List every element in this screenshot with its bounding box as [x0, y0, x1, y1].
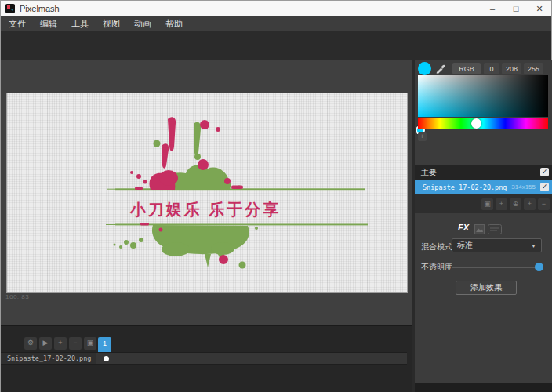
green-channel-field[interactable]: 208: [502, 63, 521, 74]
timeline-panel: ⚙ ▶ + − ▣ 1 Snipaste_17-02-20.png 1X: [1, 325, 412, 392]
eyedropper-icon[interactable]: [435, 64, 446, 74]
add-layer-button[interactable]: +: [496, 198, 507, 210]
layer-name: Snipaste_17-02-20.png: [423, 183, 511, 191]
opacity-label: 不透明度: [421, 262, 452, 273]
menu-item-view[interactable]: 视图: [103, 18, 120, 30]
timeline-play-button[interactable]: ▶: [39, 337, 52, 350]
merge-layer-button[interactable]: +: [524, 198, 536, 210]
opacity-slider-knob[interactable]: [535, 263, 543, 271]
layer-size: 314x155: [511, 183, 536, 191]
red-channel-field[interactable]: 0: [484, 63, 499, 74]
opacity-slider[interactable]: [452, 267, 539, 268]
right-panel: RGB 0 208 255 + 主要 ✓ Snipaste_17-02-20.p…: [415, 60, 552, 383]
hue-slider-knob[interactable]: [471, 118, 481, 129]
saturation-value-picker[interactable]: [418, 75, 548, 117]
cursor-coords: 160, 83: [5, 293, 29, 300]
layer-actions: ▣ + ⊕ + −: [415, 194, 552, 213]
maximize-button[interactable]: □: [504, 1, 528, 16]
blend-mode-value: 标准: [457, 240, 531, 251]
color-mode-button[interactable]: RGB: [452, 63, 481, 74]
minimize-button[interactable]: –: [481, 1, 504, 16]
layers-panel: 主要 ✓ Snipaste_17-02-20.png 314x155 ✓ ▣ +…: [415, 165, 552, 213]
menu-bar: 文件 编辑 工具 视图 动画 帮助: [1, 16, 551, 31]
timeline-remove-frame-button[interactable]: −: [69, 337, 82, 350]
add-group-button[interactable]: ⊕: [510, 198, 521, 210]
pixel-canvas[interactable]: 小刀娱乐 乐于分享: [7, 93, 407, 292]
delete-layer-button[interactable]: −: [538, 198, 550, 210]
blend-mode-dropdown[interactable]: 标准 ▼: [452, 238, 542, 252]
transform-tab-icon[interactable]: [474, 224, 485, 234]
blend-mode-label: 混合模式: [421, 241, 452, 252]
timeline-clone-frame-button[interactable]: ▣: [84, 337, 96, 350]
chevron-down-icon: ▼: [531, 243, 536, 249]
pixel-art-splatter: 小刀娱乐 乐于分享: [7, 93, 407, 292]
add-swatch-button[interactable]: +: [418, 132, 427, 141]
hue-slider[interactable]: [418, 118, 548, 129]
canvas-area: 小刀娱乐 乐于分享 160, 83: [1, 60, 412, 325]
blue-channel-field[interactable]: 255: [524, 63, 543, 74]
keyframe-lane[interactable]: [96, 353, 407, 364]
timeline-settings-button[interactable]: ⚙: [24, 337, 37, 350]
edit-tab-icon[interactable]: [488, 224, 502, 234]
track-name: Snipaste_17-02-20.png: [7, 354, 91, 362]
group-visibility-checkbox[interactable]: ✓: [540, 168, 549, 176]
right-panel-footer: [415, 383, 552, 392]
menu-item-tools[interactable]: 工具: [71, 18, 89, 30]
layer-row-selected[interactable]: Snipaste_17-02-20.png 314x155 ✓: [415, 180, 552, 194]
menu-item-file[interactable]: 文件: [9, 18, 26, 30]
pixelmash-window: Pixelmash – □ ✕ 文件 编辑 工具 视图 动画 帮助: [0, 0, 552, 392]
layer-group-label: 主要: [421, 167, 540, 178]
layer-group-row[interactable]: 主要 ✓: [415, 165, 552, 180]
app-logo-icon: [5, 4, 15, 13]
menu-item-help[interactable]: 帮助: [165, 18, 183, 30]
layer-tabs: FX: [415, 223, 552, 235]
menu-item-edit[interactable]: 编辑: [40, 18, 57, 30]
menu-item-animation[interactable]: 动画: [134, 18, 151, 30]
fx-tab[interactable]: FX: [458, 223, 469, 232]
art-text: 小刀娱乐 乐于分享: [129, 201, 281, 218]
timeline-add-frame-button[interactable]: +: [54, 337, 67, 350]
toolbar: 314 x 155: [1, 31, 551, 60]
close-button[interactable]: ✕: [528, 1, 551, 16]
duplicate-layer-button[interactable]: ▣: [481, 198, 493, 210]
layer-visibility-checkbox[interactable]: ✓: [540, 183, 549, 191]
add-effect-button[interactable]: 添加效果: [456, 281, 517, 295]
keyframe-dot[interactable]: [104, 356, 109, 361]
timeline-track-row[interactable]: Snipaste_17-02-20.png 1X: [1, 352, 407, 365]
title-bar: Pixelmash – □ ✕: [1, 1, 551, 16]
current-color-swatch[interactable]: [418, 62, 431, 75]
window-title: Pixelmash: [20, 4, 60, 13]
